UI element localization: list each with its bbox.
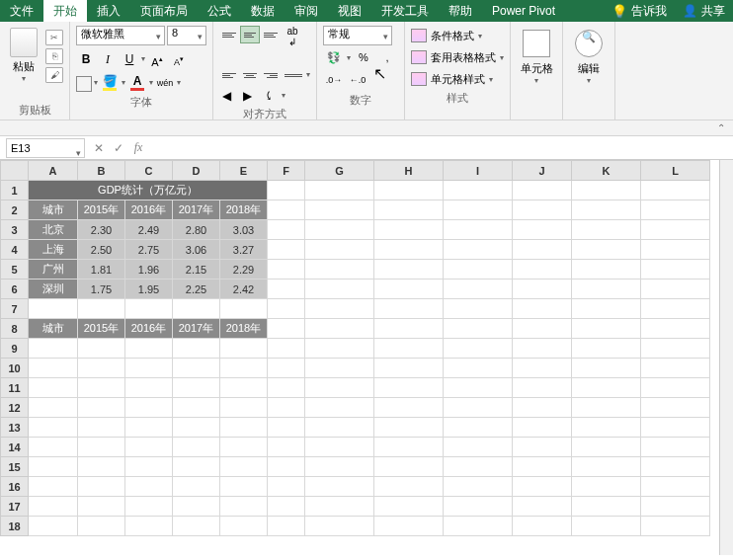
- formula-input[interactable]: [148, 138, 733, 158]
- cell[interactable]: [268, 477, 305, 497]
- cell[interactable]: [513, 240, 572, 260]
- cell[interactable]: [572, 280, 641, 299]
- cell[interactable]: [305, 398, 374, 418]
- cell[interactable]: [78, 418, 125, 438]
- cell[interactable]: 2015年: [78, 200, 125, 220]
- cell[interactable]: 2.49: [125, 220, 173, 240]
- tab-home[interactable]: 开始: [43, 0, 87, 22]
- col-header[interactable]: J: [513, 161, 572, 181]
- cell[interactable]: [374, 181, 444, 200]
- cell[interactable]: [220, 497, 268, 517]
- vertical-scrollbar[interactable]: [719, 160, 733, 555]
- cell[interactable]: [220, 339, 268, 359]
- tab-powerpivot[interactable]: Power Pivot: [482, 0, 565, 22]
- cell[interactable]: 北京: [29, 220, 78, 240]
- cell[interactable]: [572, 339, 641, 359]
- cell[interactable]: [268, 319, 305, 339]
- align-top-button[interactable]: [219, 26, 239, 43]
- cell[interactable]: [374, 240, 444, 260]
- cell[interactable]: [173, 477, 220, 497]
- conditional-format-button[interactable]: 条件格式▾: [411, 26, 504, 45]
- bold-button[interactable]: B: [76, 49, 96, 69]
- col-header[interactable]: H: [374, 161, 444, 181]
- cell[interactable]: [641, 299, 710, 319]
- increase-decimal-button[interactable]: .0→: [323, 71, 345, 91]
- cell[interactable]: [374, 260, 444, 280]
- cell[interactable]: [641, 457, 710, 477]
- cell[interactable]: [268, 359, 305, 378]
- row-header[interactable]: 3: [1, 220, 29, 240]
- cell[interactable]: 2017年: [173, 319, 220, 339]
- cell[interactable]: [268, 299, 305, 319]
- decrease-indent-button[interactable]: ◀: [219, 87, 239, 105]
- cell[interactable]: [641, 260, 710, 280]
- phonetic-button[interactable]: wén: [155, 73, 175, 93]
- tab-file[interactable]: 文件: [0, 0, 43, 22]
- tab-view[interactable]: 视图: [328, 0, 371, 22]
- cell[interactable]: [173, 497, 220, 517]
- cell[interactable]: 2.30: [78, 220, 125, 240]
- cell[interactable]: [268, 240, 305, 260]
- cell[interactable]: [220, 418, 268, 438]
- cell[interactable]: [374, 220, 444, 240]
- cell[interactable]: [374, 398, 444, 418]
- cell[interactable]: [374, 359, 444, 378]
- align-bottom-button[interactable]: [261, 26, 281, 43]
- cell[interactable]: [641, 497, 710, 517]
- cell[interactable]: 深圳: [29, 280, 78, 299]
- cell[interactable]: [78, 359, 125, 378]
- row-header[interactable]: 14: [1, 438, 29, 457]
- cell[interactable]: [268, 438, 305, 457]
- cell[interactable]: [268, 280, 305, 299]
- cell[interactable]: [305, 378, 374, 398]
- row-header[interactable]: 8: [1, 319, 29, 339]
- cell[interactable]: [305, 497, 374, 517]
- cell[interactable]: [572, 398, 641, 418]
- cell[interactable]: [173, 378, 220, 398]
- cell[interactable]: [125, 359, 173, 378]
- cell[interactable]: 2.75: [125, 240, 173, 260]
- cell[interactable]: [173, 299, 220, 319]
- italic-button[interactable]: I: [98, 49, 118, 69]
- cell[interactable]: [641, 220, 710, 240]
- cell[interactable]: [220, 378, 268, 398]
- cell[interactable]: 2016年: [125, 319, 173, 339]
- cell[interactable]: [513, 398, 572, 418]
- align-left-button[interactable]: [219, 66, 239, 84]
- cell[interactable]: [513, 438, 572, 457]
- cell[interactable]: [29, 418, 78, 438]
- col-header[interactable]: K: [572, 161, 641, 181]
- cell[interactable]: [444, 260, 513, 280]
- col-header[interactable]: E: [220, 161, 268, 181]
- cell[interactable]: [220, 398, 268, 418]
- cell[interactable]: [572, 359, 641, 378]
- row-header[interactable]: 9: [1, 339, 29, 359]
- decrease-font-button[interactable]: A▾: [169, 49, 189, 69]
- cell[interactable]: [572, 319, 641, 339]
- cell[interactable]: 3.06: [173, 240, 220, 260]
- increase-indent-button[interactable]: ▶: [240, 87, 260, 105]
- cell[interactable]: [29, 299, 78, 319]
- cell[interactable]: [444, 339, 513, 359]
- table-format-button[interactable]: 套用表格格式▾: [411, 47, 504, 67]
- cell[interactable]: [444, 497, 513, 517]
- cell[interactable]: 2.25: [173, 280, 220, 299]
- fx-button[interactable]: fx: [128, 140, 148, 155]
- cell[interactable]: [268, 517, 305, 536]
- underline-button[interactable]: U: [120, 49, 139, 69]
- cells-button[interactable]: 单元格 ▾: [517, 26, 556, 85]
- cell[interactable]: [374, 438, 444, 457]
- row-header[interactable]: 12: [1, 398, 29, 418]
- cell[interactable]: [29, 378, 78, 398]
- cell[interactable]: [29, 339, 78, 359]
- cell[interactable]: [125, 517, 173, 536]
- currency-button[interactable]: 💱: [323, 48, 345, 68]
- cell[interactable]: [444, 200, 513, 220]
- cell-style-button[interactable]: 单元格样式▾: [411, 69, 504, 89]
- cell[interactable]: 2018年: [220, 319, 268, 339]
- cell[interactable]: [444, 398, 513, 418]
- cell[interactable]: [641, 359, 710, 378]
- cell[interactable]: [268, 418, 305, 438]
- font-color-button[interactable]: A: [127, 73, 147, 93]
- cell[interactable]: [268, 200, 305, 220]
